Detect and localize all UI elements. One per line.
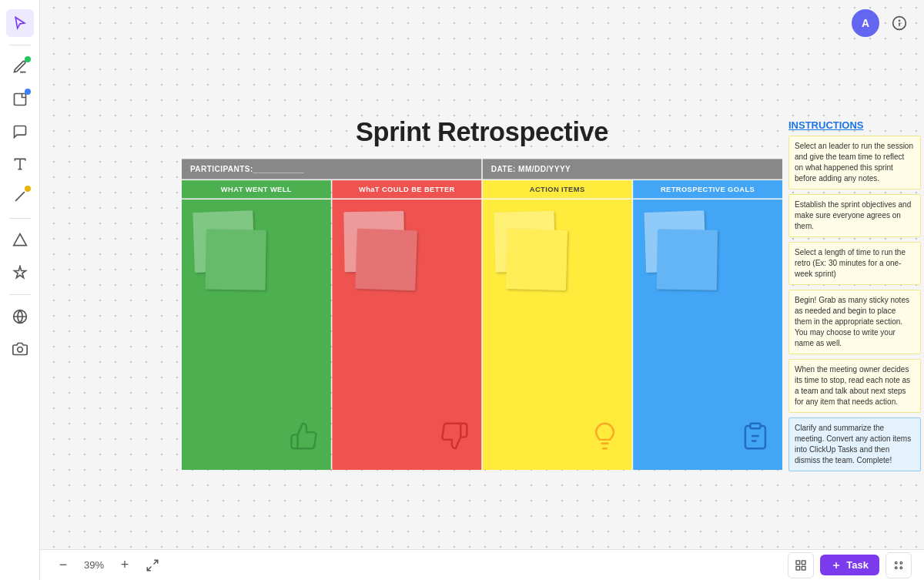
svg-rect-18 [796, 566, 800, 570]
svg-rect-19 [802, 566, 806, 570]
toolbar-sep-3 [9, 294, 31, 295]
date-bar: DATE: MM/DD/YYYY [483, 159, 782, 179]
bottom-bar: − 39% + Task [40, 549, 924, 580]
pen-dot [25, 56, 31, 62]
svg-line-3 [15, 192, 25, 201]
line-dot [25, 186, 31, 192]
instruction-step-4: Begin! Grab as many sticky notes as need… [788, 290, 921, 354]
svg-point-23 [900, 562, 902, 564]
header-row: PARTICIPANTS:___________ DATE: MM/DD/YYY… [182, 159, 782, 179]
user-avatar[interactable]: A [852, 9, 879, 37]
instruction-step-6: Clarify and summarize the meeting. Conve… [788, 417, 921, 471]
sticky-note-green-2[interactable] [206, 229, 266, 290]
toolbar-sep-1 [9, 45, 31, 45]
instructions-panel: INSTRUCTIONS Select an leader to run the… [788, 119, 921, 476]
thumbs-up-icon [289, 421, 319, 458]
svg-rect-16 [796, 561, 800, 565]
instruction-step-1: Select an leader to run the session and … [788, 136, 921, 189]
instruction-step-5: When the meeting owner decides its time … [788, 359, 921, 413]
svg-rect-17 [802, 561, 806, 565]
svg-line-14 [154, 560, 158, 564]
thumbs-down-icon [440, 421, 470, 458]
col-header-retro-goals[interactable]: RETROSPECTIVE GOALS [633, 180, 782, 198]
toolbar-sep-2 [9, 218, 31, 219]
column-bodies [182, 199, 782, 470]
col-body-action-items[interactable] [483, 199, 632, 470]
col-body-could-be-better[interactable] [332, 199, 481, 470]
tool-camera[interactable] [6, 335, 34, 363]
info-button[interactable] [887, 11, 912, 35]
participants-bar: PARTICIPANTS:___________ [182, 159, 481, 179]
col-header-went-well[interactable]: WHAT WENT WELL [182, 180, 331, 198]
content-wrapper: Sprint Retrospective PARTICIPANTS:______… [122, 116, 842, 470]
tool-shapes[interactable] [6, 226, 34, 254]
tool-comment[interactable] [6, 118, 34, 146]
svg-rect-11 [750, 423, 760, 428]
instruction-step-3: Select a length of time to run the retro… [788, 242, 921, 285]
add-task-button[interactable]: Task [820, 555, 879, 575]
fit-to-screen-button[interactable] [142, 555, 163, 576]
col-header-could-be-better[interactable]: WhaT COULD BE BETTER [332, 180, 481, 198]
bottom-right: Task [788, 552, 912, 578]
sticky-dot [25, 89, 31, 95]
tool-select[interactable] [6, 9, 34, 37]
svg-point-24 [895, 567, 897, 569]
sticky-note-red-2[interactable] [355, 228, 417, 290]
grid-button[interactable] [886, 552, 912, 578]
instructions-title[interactable]: INSTRUCTIONS [788, 119, 921, 131]
svg-point-25 [900, 567, 902, 569]
col-body-went-well[interactable] [182, 199, 331, 470]
widget-button[interactable] [788, 552, 814, 578]
svg-point-22 [895, 562, 897, 564]
svg-marker-4 [13, 234, 26, 246]
zoom-level: 39% [80, 559, 108, 571]
instruction-step-2: Establish the sprint objectives and make… [788, 194, 921, 237]
header-right: A [852, 9, 912, 37]
svg-line-15 [147, 566, 151, 570]
tool-line[interactable] [6, 183, 34, 210]
tool-text[interactable] [6, 150, 34, 178]
tool-pen[interactable] [6, 53, 34, 81]
svg-rect-0 [14, 94, 25, 106]
task-button-label: Task [846, 559, 869, 571]
zoom-out-button[interactable]: − [52, 555, 74, 576]
board-container: PARTICIPANTS:___________ DATE: MM/DD/YYY… [182, 159, 782, 470]
tool-sticky[interactable] [6, 85, 34, 113]
page-title: Sprint Retrospective [122, 116, 842, 147]
col-header-action-items[interactable]: ACTION ITEMS [483, 180, 632, 198]
svg-point-7 [17, 347, 22, 353]
tool-ai[interactable] [6, 259, 34, 287]
col-body-retro-goals[interactable] [633, 199, 782, 470]
column-headers: WHAT WENT WELL WhaT COULD BE BETTER ACTI… [182, 180, 782, 198]
clipboard-icon [740, 421, 770, 458]
canvas-area: Sprint Retrospective PARTICIPANTS:______… [40, 0, 924, 549]
tool-globe[interactable] [6, 303, 34, 330]
sticky-note-yellow-2[interactable] [506, 229, 567, 290]
sticky-note-blue-2[interactable] [657, 229, 718, 290]
lightbulb-icon [590, 421, 620, 458]
left-toolbar [0, 0, 40, 580]
zoom-in-button[interactable]: + [114, 555, 136, 576]
